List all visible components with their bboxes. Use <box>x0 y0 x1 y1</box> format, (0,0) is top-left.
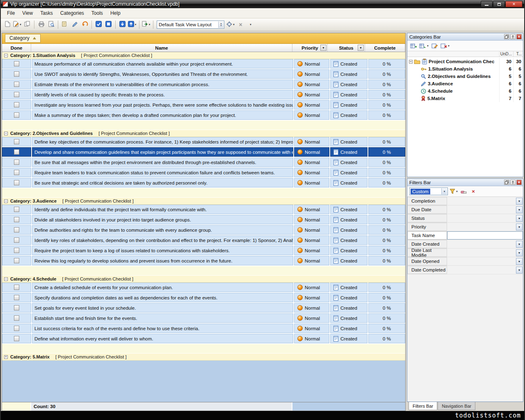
column-header-complete[interactable]: Complete <box>365 44 405 52</box>
restore-panel-button[interactable] <box>504 180 509 185</box>
complete-cell[interactable]: 0 % <box>368 205 405 214</box>
filter-row-date-opened[interactable]: Date Opened▼ <box>407 257 523 266</box>
filter-row-date-created[interactable]: Date Created▼ <box>407 240 523 249</box>
task-name-cell[interactable]: Create a detailed schedule of events for… <box>32 283 293 292</box>
done-checkbox[interactable] <box>14 305 19 310</box>
close-button[interactable]: × <box>505 1 523 7</box>
category-tree-item[interactable]: 5.Matrix77 <box>407 95 523 102</box>
filter-value[interactable]: ▼ <box>447 249 523 257</box>
priority-cell[interactable]: Normal <box>294 303 329 313</box>
task-name-cell[interactable]: Investigate any lessons learned from you… <box>32 100 293 110</box>
category-group-header[interactable]: −Category: 1.Situation Analysis[ Project… <box>2 52 405 59</box>
task-row[interactable]: Require team leaders to track communicat… <box>2 168 405 178</box>
status-cell[interactable]: Created <box>330 235 368 245</box>
done-checkbox[interactable] <box>14 295 19 300</box>
category-tree-item[interactable]: 1.Situation Analysis66 <box>407 65 523 73</box>
priority-cell[interactable]: Normal <box>294 158 329 167</box>
chevron-down-icon[interactable]: ▼ <box>516 258 523 265</box>
print-button[interactable] <box>37 20 46 30</box>
column-header-done[interactable]: Done <box>2 44 31 52</box>
categories-bar-header[interactable]: Categories Bar × <box>407 33 523 41</box>
task-name-cell[interactable]: Establish start time and finish time for… <box>32 313 293 323</box>
task-name-cell[interactable]: Develop and share communication guidelin… <box>32 147 293 157</box>
status-cell[interactable]: Created <box>330 80 368 89</box>
filter-label[interactable]: Date Opened <box>407 257 447 265</box>
undone-column-header[interactable]: UnD... <box>499 51 513 57</box>
task-row[interactable]: Define authorities and rights for the te… <box>2 225 405 235</box>
complete-cell[interactable]: 0 % <box>368 324 405 333</box>
filter-row-status[interactable]: Status▼ <box>407 214 523 223</box>
complete-cell[interactable]: 0 % <box>368 147 405 157</box>
task-name-cell[interactable]: Be sure that strategic and critical deci… <box>32 178 293 187</box>
filter-text-input[interactable] <box>447 231 523 240</box>
done-checkbox[interactable] <box>14 102 19 107</box>
task-row[interactable]: Set goals for every event listed in your… <box>2 303 405 313</box>
priority-cell[interactable]: Normal <box>294 313 329 323</box>
add-subcategory-button[interactable]: ▼ <box>419 42 429 50</box>
filter-value[interactable]: ▼ <box>447 214 523 222</box>
pin-panel-button[interactable] <box>510 180 516 185</box>
status-cell[interactable]: Created <box>330 256 368 265</box>
menu-view[interactable]: View <box>18 9 37 17</box>
status-cell[interactable]: Created <box>330 137 368 146</box>
status-filter-button[interactable]: ▼ <box>358 45 364 51</box>
collapse-icon[interactable]: − <box>4 54 8 57</box>
priority-cell[interactable]: Normal <box>294 90 329 99</box>
complete-cell[interactable]: 0 % <box>368 225 405 235</box>
move-down-button[interactable] <box>118 20 127 30</box>
complete-cell[interactable]: 0 % <box>368 293 405 302</box>
done-checkbox[interactable] <box>14 285 19 290</box>
filter-row-date-completed[interactable]: Date Completed▼ <box>407 266 523 274</box>
edit-task-button[interactable] <box>70 20 80 30</box>
group-by-category-tab[interactable]: Category <box>5 34 41 43</box>
priority-cell[interactable]: Normal <box>294 283 329 292</box>
layout-combo[interactable]: Default Task View Layout ▲▼ <box>157 21 224 29</box>
task-row[interactable]: Identify key roles of stakeholders, depe… <box>2 235 405 246</box>
status-cell[interactable]: Created <box>330 293 368 302</box>
menu-tools[interactable]: Tools <box>88 9 107 17</box>
task-name-cell[interactable]: Identify levels of risk caused by specif… <box>32 90 293 99</box>
status-cell[interactable]: Created <box>330 69 368 79</box>
task-row[interactable]: Require the project team to keep a log o… <box>2 246 405 256</box>
task-name-cell[interactable]: Set goals for every event listed in your… <box>32 303 293 313</box>
complete-cell[interactable]: 0 % <box>368 110 405 120</box>
filter-label[interactable]: Date Last Modifie <box>407 249 447 257</box>
filter-value[interactable]: ▼ <box>447 205 523 214</box>
priority-cell[interactable]: Normal <box>294 168 329 177</box>
status-cell[interactable]: Created <box>330 158 368 167</box>
expand-icon[interactable]: + <box>4 355 8 359</box>
mark-incomplete-button[interactable] <box>104 20 113 30</box>
done-checkbox[interactable] <box>14 227 19 233</box>
filter-value[interactable]: ▼ <box>447 223 523 231</box>
status-cell[interactable]: Created <box>330 303 368 313</box>
task-name-cell[interactable]: Define authorities and rights for the te… <box>32 225 293 235</box>
task-row[interactable]: Create a detailed schedule of events for… <box>2 283 405 293</box>
menu-tasks[interactable]: Tasks <box>37 9 57 17</box>
collapse-icon[interactable]: − <box>4 199 8 203</box>
filter-label[interactable]: Due Date <box>407 205 447 214</box>
task-row[interactable]: Use SWOT analysis to identify Strengths,… <box>2 69 405 80</box>
collapse-icon[interactable]: − <box>409 60 413 64</box>
complete-cell[interactable]: 0 % <box>368 283 405 292</box>
status-cell[interactable]: Created <box>330 205 368 214</box>
task-row[interactable]: Review this log regularly to develop sol… <box>2 256 405 266</box>
task-name-cell[interactable]: Define what information every event will… <box>32 334 293 343</box>
column-header-status[interactable]: Status ▼ <box>328 44 365 52</box>
done-checkbox[interactable] <box>14 180 19 185</box>
task-name-cell[interactable]: Review this log regularly to develop sol… <box>32 256 293 265</box>
total-column-header[interactable]: T... <box>513 51 523 57</box>
task-row[interactable]: Identify and define individuals that the… <box>2 205 405 215</box>
filter-label[interactable]: Status <box>407 214 447 222</box>
print-preview-button[interactable] <box>46 20 56 30</box>
column-header-name[interactable]: Name <box>31 44 292 52</box>
collapse-icon[interactable]: − <box>4 277 8 281</box>
delete-category-button[interactable]: ▼ <box>440 42 450 50</box>
filter-label[interactable]: Priority <box>407 223 447 231</box>
chevron-down-icon[interactable]: ▼ <box>516 215 523 222</box>
complete-cell[interactable]: 0 % <box>368 313 405 323</box>
view-settings-button[interactable]: ▼ <box>226 20 235 30</box>
done-checkbox[interactable] <box>14 258 19 263</box>
task-row[interactable]: Define what information every event will… <box>2 334 405 344</box>
category-group-header[interactable]: −Category: 2.Objectives and Guidelines[ … <box>2 130 405 137</box>
priority-cell[interactable]: Normal <box>294 137 329 146</box>
